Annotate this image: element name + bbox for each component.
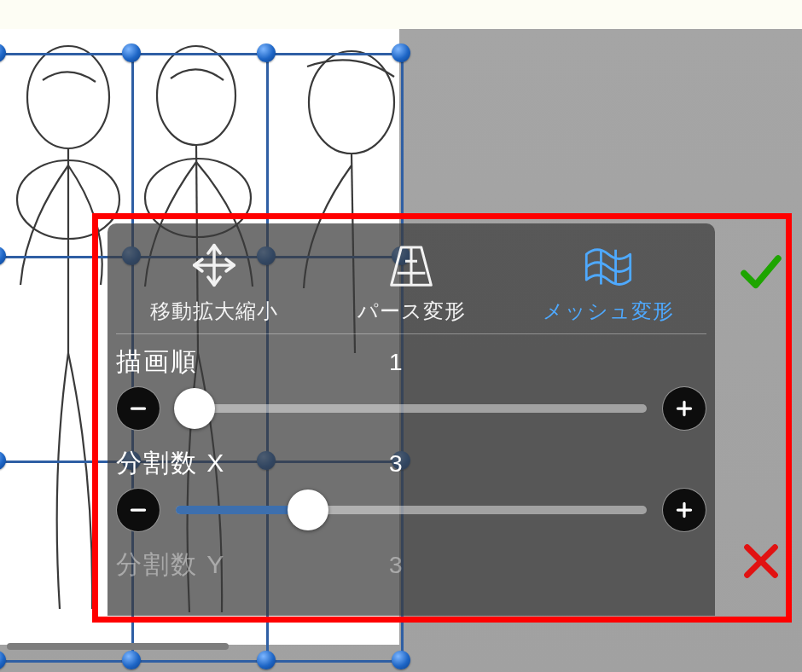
tab-label: 移動拡大縮小 bbox=[150, 298, 278, 325]
svg-point-4 bbox=[309, 51, 394, 154]
label-divisions-y: 分割数 Y bbox=[116, 547, 389, 582]
value-draw-order: 1 bbox=[389, 349, 403, 376]
slider-thumb[interactable] bbox=[288, 490, 328, 530]
increment-button[interactable] bbox=[662, 386, 706, 431]
mesh-node[interactable] bbox=[122, 651, 141, 669]
increment-button[interactable] bbox=[662, 488, 706, 532]
transform-panel: 移動拡大縮小 パース変形 メッシ bbox=[108, 223, 715, 616]
mesh-node[interactable] bbox=[392, 43, 410, 62]
tab-label: メッシュ変形 bbox=[543, 298, 674, 325]
tab-move-scale[interactable]: 移動拡大縮小 bbox=[116, 241, 313, 325]
svg-point-0 bbox=[27, 46, 109, 148]
mesh-node[interactable] bbox=[392, 651, 410, 669]
decrement-button[interactable] bbox=[116, 488, 160, 532]
control-divisions-x: 分割数 X 3 bbox=[116, 446, 706, 532]
tab-label: パース変形 bbox=[357, 298, 466, 325]
decrement-button[interactable] bbox=[116, 386, 160, 431]
tab-mesh[interactable]: メッシュ変形 bbox=[509, 241, 706, 325]
confirm-button[interactable] bbox=[729, 239, 793, 304]
move-icon bbox=[190, 241, 238, 289]
transform-controls: 描画順 1 分割数 X 3 bbox=[108, 334, 715, 582]
slider-thumb[interactable] bbox=[174, 388, 215, 429]
value-divisions-y: 3 bbox=[389, 552, 403, 579]
slider-divisions-x[interactable] bbox=[176, 502, 647, 518]
mesh-node[interactable] bbox=[257, 43, 276, 62]
svg-point-2 bbox=[157, 46, 235, 145]
tab-perspective[interactable]: パース変形 bbox=[313, 241, 510, 325]
mesh-node[interactable] bbox=[122, 43, 141, 62]
label-divisions-x: 分割数 X bbox=[116, 446, 389, 481]
mesh-node[interactable] bbox=[0, 651, 6, 669]
cancel-button[interactable] bbox=[729, 529, 793, 594]
horizontal-scrollbar[interactable] bbox=[7, 643, 229, 650]
perspective-icon bbox=[387, 241, 435, 289]
control-divisions-y: 分割数 Y 3 bbox=[116, 547, 706, 582]
control-draw-order: 描画順 1 bbox=[116, 345, 706, 431]
value-divisions-x: 3 bbox=[389, 450, 403, 478]
transform-tabs: 移動拡大縮小 パース変形 メッシ bbox=[116, 223, 706, 334]
label-draw-order: 描画順 bbox=[116, 345, 389, 379]
slider-draw-order[interactable] bbox=[176, 401, 647, 416]
mesh-node[interactable] bbox=[257, 651, 276, 669]
mesh-icon bbox=[583, 241, 634, 289]
